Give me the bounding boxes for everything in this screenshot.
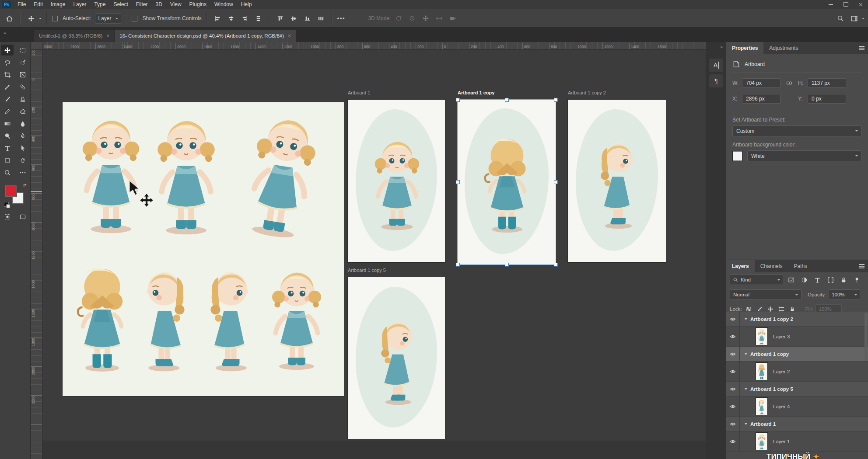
show-transform-checkbox[interactable] bbox=[132, 16, 137, 21]
height-field[interactable]: 1137 px bbox=[808, 78, 846, 88]
home-button[interactable] bbox=[4, 13, 15, 24]
3d-camera-button[interactable] bbox=[447, 13, 458, 24]
edit-toolbar-button[interactable] bbox=[17, 167, 29, 178]
menu-edit[interactable]: Edit bbox=[30, 0, 47, 8]
move-tool[interactable] bbox=[1, 45, 14, 56]
artboard-1-copy-2[interactable] bbox=[568, 100, 666, 262]
layer-row-artboard-1-copy[interactable]: Artboard 1 copy bbox=[726, 347, 868, 362]
swap-colors-icon[interactable]: ⇄ bbox=[23, 183, 27, 188]
document-tab-character-design[interactable]: 16- Consistent Character design.psd @ 40… bbox=[115, 30, 296, 42]
filter-kind-dropdown[interactable]: Kind bbox=[730, 275, 783, 285]
chevron-expand-icon[interactable] bbox=[744, 388, 748, 390]
visibility-toggle[interactable] bbox=[726, 327, 740, 346]
type-tool[interactable] bbox=[1, 143, 14, 153]
auto-select-dropdown[interactable]: Layer bbox=[95, 13, 121, 24]
align-vertical-centers-button[interactable] bbox=[288, 13, 300, 24]
visibility-toggle[interactable] bbox=[726, 347, 740, 361]
frame-tool[interactable] bbox=[17, 69, 29, 80]
align-bottom-edges-button[interactable] bbox=[302, 13, 313, 24]
width-field[interactable]: 704 px bbox=[742, 78, 780, 88]
menu-3d[interactable]: 3D bbox=[151, 0, 166, 8]
toolbar-collapse-icon[interactable]: » bbox=[4, 31, 6, 35]
artboard-label-1-copy-2[interactable]: Artboard 1 copy 2 bbox=[568, 90, 606, 95]
align-left-edges-button[interactable] bbox=[212, 13, 224, 24]
artboard-label-1[interactable]: Artboard 1 bbox=[348, 90, 370, 95]
search-button[interactable] bbox=[835, 13, 846, 24]
menu-image[interactable]: Image bbox=[47, 0, 69, 8]
visibility-toggle[interactable] bbox=[726, 312, 740, 326]
transform-handle-nw[interactable] bbox=[456, 98, 460, 102]
3d-roll-button[interactable] bbox=[406, 13, 418, 24]
distribute-horizontal-button[interactable] bbox=[253, 13, 264, 24]
chevron-expand-icon[interactable] bbox=[744, 353, 748, 355]
restore-button[interactable] bbox=[838, 0, 853, 9]
layer-row-artboard-1-copy-5[interactable]: Artboard 1 copy 5 bbox=[726, 382, 868, 396]
smart-object-filter-button[interactable] bbox=[838, 275, 849, 285]
tab-close-icon[interactable]: × bbox=[288, 33, 291, 39]
menu-window[interactable]: Window bbox=[210, 0, 237, 8]
path-selection-tool[interactable] bbox=[17, 143, 29, 153]
tab-paths[interactable]: Paths bbox=[788, 260, 813, 272]
auto-select-checkbox[interactable] bbox=[52, 16, 58, 21]
artboard-label-1-copy-5[interactable]: Artboard 1 copy 5 bbox=[348, 268, 386, 273]
tab-adjustments[interactable]: Adjustments bbox=[763, 42, 804, 54]
visibility-toggle[interactable] bbox=[726, 431, 740, 451]
eyedropper-tool[interactable] bbox=[1, 81, 14, 92]
tab-channels[interactable]: Channels bbox=[755, 260, 788, 272]
filter-pin-button[interactable] bbox=[851, 275, 862, 285]
layer-row-layer-4[interactable]: Layer 4 bbox=[726, 396, 868, 417]
tab-close-icon[interactable]: × bbox=[106, 33, 109, 39]
visibility-toggle[interactable] bbox=[726, 417, 740, 431]
artboard-1[interactable] bbox=[348, 100, 445, 262]
layers-scrollbar[interactable] bbox=[864, 313, 868, 361]
transform-handle-n[interactable] bbox=[505, 98, 509, 102]
distribute-vertical-button[interactable] bbox=[315, 13, 327, 24]
tab-layers[interactable]: Layers bbox=[726, 260, 755, 272]
artboard-label-1-copy[interactable]: Artboard 1 copy bbox=[458, 90, 494, 95]
tab-properties[interactable]: Properties bbox=[726, 42, 763, 54]
quick-mask-button[interactable] bbox=[1, 211, 14, 222]
more-align-options-button[interactable]: ••• bbox=[337, 15, 346, 21]
dodge-tool[interactable] bbox=[1, 130, 14, 141]
panel-menu-icon[interactable] bbox=[859, 264, 864, 265]
layer-row-layer-2[interactable]: Layer 2 bbox=[726, 362, 868, 382]
shape-layer-filter-button[interactable] bbox=[825, 275, 836, 285]
3d-slide-button[interactable] bbox=[434, 13, 445, 24]
brush-tool[interactable] bbox=[1, 94, 14, 104]
healing-brush-tool[interactable] bbox=[17, 81, 29, 92]
eraser-tool[interactable] bbox=[17, 106, 29, 117]
transform-handle-w[interactable] bbox=[456, 180, 460, 184]
workspace-button[interactable] bbox=[848, 13, 860, 24]
menu-type[interactable]: Type bbox=[90, 0, 109, 8]
x-field[interactable]: 2896 px bbox=[742, 94, 780, 104]
chevron-expand-icon[interactable] bbox=[744, 318, 748, 320]
paragraph-panel-button[interactable]: ¶ bbox=[709, 74, 723, 87]
artboard-1-copy[interactable] bbox=[458, 100, 556, 264]
rectangular-marquee-tool[interactable] bbox=[17, 45, 29, 56]
3d-orbit-button[interactable] bbox=[393, 13, 404, 24]
menu-select[interactable]: Select bbox=[109, 0, 132, 8]
document-tab-untitled[interactable]: Untitled-1 @ 33.3% (RGB/8) × bbox=[34, 30, 114, 42]
3d-pan-button[interactable] bbox=[420, 13, 431, 24]
menu-layer[interactable]: Layer bbox=[69, 0, 90, 8]
transform-handle-e[interactable] bbox=[554, 180, 558, 184]
quick-selection-tool[interactable] bbox=[17, 57, 29, 68]
artboard-bg-color-dropdown[interactable]: White bbox=[747, 150, 862, 161]
expand-panels-icon[interactable]: » bbox=[720, 45, 723, 49]
menu-view[interactable]: View bbox=[166, 0, 186, 8]
pixel-layer-filter-button[interactable] bbox=[786, 275, 796, 285]
clone-stamp-tool[interactable] bbox=[17, 94, 29, 104]
tool-preset-move[interactable] bbox=[25, 13, 37, 24]
zoom-tool[interactable] bbox=[1, 167, 14, 178]
adjustment-layer-filter-button[interactable] bbox=[799, 275, 809, 285]
layer-thumbnail[interactable] bbox=[756, 397, 768, 415]
blur-tool[interactable] bbox=[17, 118, 29, 129]
layer-thumbnail[interactable] bbox=[756, 362, 768, 380]
align-horizontal-centers-button[interactable] bbox=[226, 13, 237, 24]
chevron-expand-icon[interactable] bbox=[744, 423, 748, 425]
layer-row-layer-1[interactable]: Layer 1 bbox=[726, 431, 868, 452]
ruler-origin-box[interactable] bbox=[31, 42, 42, 50]
link-dimensions-icon[interactable] bbox=[786, 80, 793, 87]
character-panel-button[interactable]: A bbox=[709, 59, 723, 72]
blend-mode-dropdown[interactable]: Normal bbox=[730, 289, 802, 300]
